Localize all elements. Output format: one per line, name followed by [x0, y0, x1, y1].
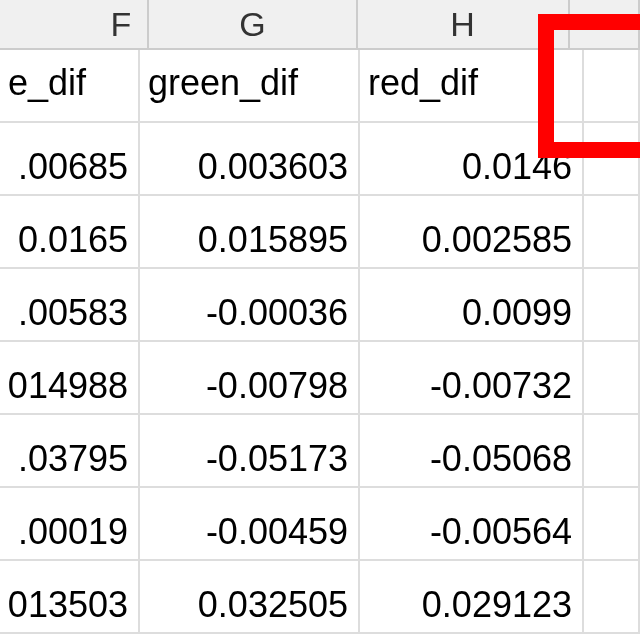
table-row: .00685 0.003603 0.0146 — [0, 123, 640, 196]
table-row: .00019 -0.00459 -0.00564 — [0, 488, 640, 561]
cell[interactable]: 014988 — [0, 342, 140, 415]
cell[interactable]: red_dif — [360, 50, 584, 123]
cell[interactable]: green_dif — [140, 50, 360, 123]
cell[interactable]: 0.003603 — [140, 123, 360, 196]
cell[interactable]: 0.029123 — [360, 561, 584, 634]
cell[interactable] — [584, 50, 640, 123]
column-header-I[interactable] — [570, 0, 641, 50]
cell[interactable]: e_dif — [0, 50, 140, 123]
cell[interactable]: 013503 — [0, 561, 140, 634]
cell[interactable]: 0.002585 — [360, 196, 584, 269]
cell[interactable]: -0.00798 — [140, 342, 360, 415]
cell[interactable]: -0.00036 — [140, 269, 360, 342]
spreadsheet-grid[interactable]: F G H e_dif green_dif red_dif .00685 0.0… — [0, 0, 640, 640]
cell[interactable] — [584, 342, 640, 415]
cell[interactable]: -0.00564 — [360, 488, 584, 561]
cell[interactable] — [584, 415, 640, 488]
cell[interactable] — [584, 561, 640, 634]
cell[interactable]: -0.05173 — [140, 415, 360, 488]
table-row: .00583 -0.00036 0.0099 — [0, 269, 640, 342]
cell[interactable]: -0.00459 — [140, 488, 360, 561]
cell[interactable]: .00019 — [0, 488, 140, 561]
table-row: e_dif green_dif red_dif — [0, 50, 640, 123]
cell[interactable]: 0.0165 — [0, 196, 140, 269]
column-header-H[interactable]: H — [358, 0, 570, 50]
cell[interactable]: -0.00732 — [360, 342, 584, 415]
table-row: 014988 -0.00798 -0.00732 — [0, 342, 640, 415]
cell[interactable]: -0.05068 — [360, 415, 584, 488]
column-header-F[interactable]: F — [0, 0, 149, 50]
cell[interactable] — [584, 123, 640, 196]
cell[interactable]: 0.032505 — [140, 561, 360, 634]
cell[interactable] — [584, 196, 640, 269]
table-row: .03795 -0.05173 -0.05068 — [0, 415, 640, 488]
cell[interactable] — [584, 269, 640, 342]
cell[interactable]: .00685 — [0, 123, 140, 196]
cell[interactable]: 0.015895 — [140, 196, 360, 269]
column-header-row: F G H — [0, 0, 640, 50]
cell[interactable]: .03795 — [0, 415, 140, 488]
cell[interactable]: 0.0146 — [360, 123, 584, 196]
cell[interactable]: .00583 — [0, 269, 140, 342]
table-row: 013503 0.032505 0.029123 — [0, 561, 640, 634]
column-header-G[interactable]: G — [149, 0, 357, 50]
cell[interactable]: 0.0099 — [360, 269, 584, 342]
cell[interactable] — [584, 488, 640, 561]
table-row: 0.0165 0.015895 0.002585 — [0, 196, 640, 269]
